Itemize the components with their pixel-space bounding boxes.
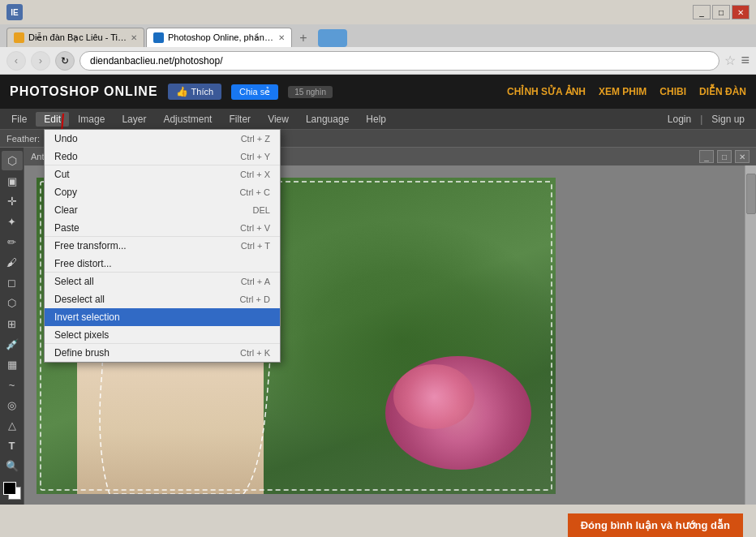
menu-bar: File Edit Image Layer Adjustment Filter … [0,109,756,130]
free-transform-shortcut: Ctrl + T [241,241,270,251]
tool-fill[interactable]: ⬡ [2,294,23,313]
cut-shortcut: Ctrl + X [240,170,270,179]
tab-photoshop-close[interactable]: ✕ [278,33,285,42]
menu-item-free-transform[interactable]: Free transform... Ctrl + T [45,237,280,255]
select-all-label: Select all [54,276,241,287]
menu-help[interactable]: Help [358,112,394,127]
menu-language[interactable]: Language [298,112,357,127]
tool-clone[interactable]: ◎ [2,396,23,415]
tool-zoom[interactable]: 🔍 [2,457,23,476]
vertical-scrollbar[interactable] [745,165,756,505]
nav-chinh-sua[interactable]: CHỈNH SỬA ẢNH [507,86,586,97]
menu-login[interactable]: Login [659,112,699,127]
toolbar: ⬡ ▣ ✛ ✦ ✏ 🖌 ◻ ⬡ ⊞ 💉 ▦ ~ ◎ △ T 🔍 [0,148,24,505]
window-controls: _ □ ✕ [693,5,750,19]
undo-label: Undo [54,133,241,144]
menu-item-paste[interactable]: Paste Ctrl + V [45,219,280,237]
tool-magic[interactable]: ✦ [2,212,23,231]
days-badge: 15 nghìn [288,86,333,98]
menu-item-undo[interactable]: Undo Ctrl + Z [45,130,280,148]
refresh-button[interactable]: ↻ [55,51,75,71]
deselect-all-label: Deselect all [54,294,239,305]
share-button[interactable]: Chia sẻ [231,84,278,100]
cut-label: Cut [54,169,240,180]
menu-filter[interactable]: Filter [221,112,259,127]
paste-label: Paste [54,222,240,234]
feather-label: Feather: [6,134,40,144]
redo-label: Redo [54,151,240,162]
tool-crop[interactable]: ⊞ [2,314,23,333]
define-brush-label: Define brush [54,347,240,359]
url-input[interactable] [79,51,719,71]
free-distort-label: Free distort... [54,258,270,269]
menu-item-clear[interactable]: Clear DEL [45,201,280,219]
tool-lasso[interactable]: ⬡ [2,151,23,170]
tab-forum[interactable]: Diễn đàn Bạc Liêu - Tin h... ✕ [6,28,144,47]
menu-image[interactable]: Image [70,112,113,127]
menu-item-select-all[interactable]: Select all Ctrl + A [45,273,280,290]
new-tab-button[interactable]: + [294,29,313,47]
browser-menu-icon[interactable]: ≡ [741,52,750,69]
menu-item-deselect-all[interactable]: Deselect all Ctrl + D [45,290,280,308]
copy-shortcut: Ctrl + C [239,187,270,197]
menu-file[interactable]: File [3,112,35,127]
menu-item-redo[interactable]: Redo Ctrl + Y [45,148,280,165]
canvas-maximize[interactable]: □ [717,150,732,163]
tool-pencil[interactable]: ✏ [2,233,23,252]
fb-like-button[interactable]: 👍 Thích [168,84,222,100]
menu-edit[interactable]: Edit [36,112,69,127]
tool-text[interactable]: T [2,436,23,456]
close-button[interactable]: ✕ [732,5,750,19]
fg-color-swatch[interactable] [3,482,16,495]
nav-chibi[interactable]: CHIBI [659,86,686,97]
tool-shape[interactable]: △ [2,416,23,436]
canvas-minimize[interactable]: _ [699,150,714,163]
deselect-all-shortcut: Ctrl + D [239,294,270,304]
tab-photoshop[interactable]: Photoshop Online, phần r... ✕ [146,28,292,47]
menu-item-cut[interactable]: Cut Ctrl + X [45,165,280,183]
redo-shortcut: Ctrl + Y [240,152,270,161]
tool-eyedropper[interactable]: 💉 [2,334,23,354]
notification-label: Đóng bình luận và hướng dẫn [581,519,730,531]
tab-forum-close[interactable]: ✕ [131,33,137,42]
canvas-close[interactable]: ✕ [735,150,750,163]
minimize-button[interactable]: _ [693,5,711,19]
menu-item-invert-selection[interactable]: Invert selection [45,308,280,326]
menu-item-select-pixels[interactable]: Select pixels [45,326,280,344]
tab-extension [318,29,347,47]
nav-dien-dan[interactable]: DIỄN ĐÀN [699,86,746,97]
invert-selection-label: Invert selection [54,311,270,323]
menu-item-free-distort[interactable]: Free distort... [45,255,280,273]
maximize-button[interactable]: □ [712,5,730,19]
forward-button[interactable]: › [31,51,50,71]
free-transform-label: Free transform... [54,240,241,251]
share-label: Chia sẻ [239,87,270,97]
tool-smudge[interactable]: ~ [2,375,23,394]
tab-bar: Diễn đàn Bạc Liêu - Tin h... ✕ Photoshop… [0,24,756,47]
browser-icon: IE [6,4,23,20]
bookmark-star-icon[interactable]: ☆ [724,53,736,68]
menu-adjustment[interactable]: Adjustment [155,112,220,127]
menu-item-copy[interactable]: Copy Ctrl + C [45,183,280,201]
scrollbar-thumb[interactable] [746,174,756,214]
menu-item-define-brush[interactable]: Define brush Ctrl + K [45,344,280,362]
menu-signup[interactable]: Sign up [703,112,753,127]
forum-favicon [14,32,24,43]
tool-gradient[interactable]: ▦ [2,354,23,374]
tool-move[interactable]: ✛ [2,191,23,211]
back-button[interactable]: ‹ [6,51,26,71]
tool-eraser[interactable]: ◻ [2,273,23,293]
edit-dropdown-menu[interactable]: Undo Ctrl + Z Redo Ctrl + Y Cut Ctrl + X… [44,129,281,363]
menu-layer[interactable]: Layer [114,112,154,127]
tool-select[interactable]: ▣ [2,171,23,191]
notification-bar[interactable]: Đóng bình luận và hướng dẫn [568,513,743,537]
undo-shortcut: Ctrl + Z [241,134,270,144]
clear-label: Clear [54,204,253,216]
tool-brush[interactable]: 🖌 [2,253,23,273]
nav-xem-phim[interactable]: XEM PHIM [599,86,646,97]
address-bar: ‹ › ↻ ☆ ≡ [0,47,756,75]
select-pixels-label: Select pixels [54,329,270,341]
browser-title-bar: IE _ □ ✕ [0,0,756,24]
menu-view[interactable]: View [260,112,297,127]
tab-forum-label: Diễn đàn Bạc Liêu - Tin h... [28,32,127,43]
